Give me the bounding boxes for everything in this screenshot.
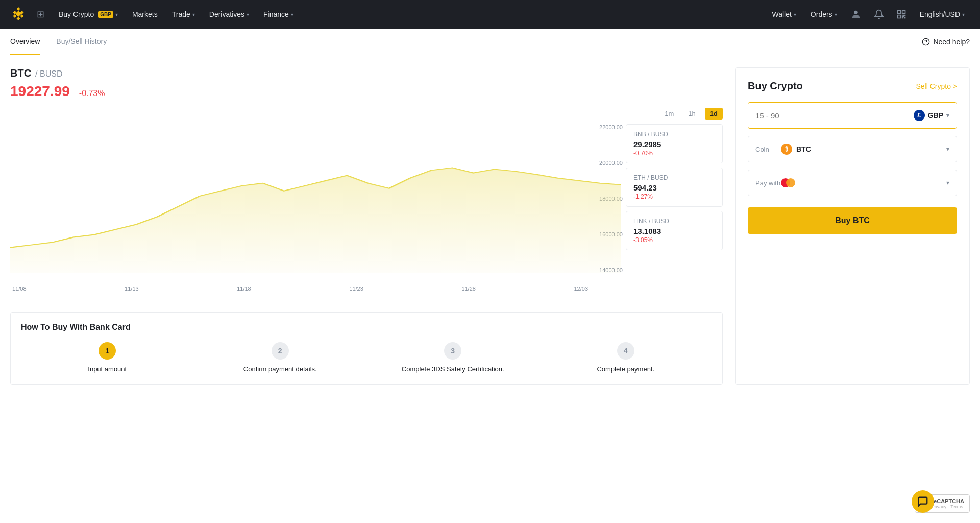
grid-icon[interactable]: ⊞	[37, 9, 44, 20]
svg-rect-14	[902, 17, 903, 18]
chart-btn-1d[interactable]: 1d	[705, 108, 723, 120]
nav-finance[interactable]: Finance ▾	[257, 6, 300, 22]
pay-value	[781, 178, 946, 187]
crypto-price: 19227.99	[10, 83, 70, 100]
step-label-2: Confirm payment details.	[239, 365, 321, 374]
how-to-buy-section: How To Buy With Bank Card 1 Input amount…	[10, 312, 723, 385]
chart-svg	[10, 124, 621, 273]
coin-value: ₿ BTC	[781, 144, 946, 155]
nav-wallet[interactable]: Wallet ▾	[767, 8, 801, 20]
nav-right: Wallet ▾ Orders ▾ English/USD ▾	[767, 7, 970, 22]
tab-history[interactable]: Buy/Sell History	[56, 29, 107, 55]
ticker-list: BNB / BUSD 29.2985 -0.70% ETH / BUSD 594…	[626, 124, 723, 250]
step-3: 3 Complete 3DS Safety Certification.	[366, 342, 540, 374]
step-label-4: Complete payment.	[593, 365, 658, 374]
tab-overview[interactable]: Overview	[10, 29, 40, 55]
pay-chevron: ▾	[946, 179, 949, 186]
brand-logo[interactable]	[10, 6, 27, 22]
tabs-left: Overview Buy/Sell History	[10, 29, 123, 55]
step-circle-4: 4	[617, 342, 634, 360]
nav-trade[interactable]: Trade ▾	[166, 6, 201, 22]
crypto-header: BTC / BUSD 19227.99 -0.73%	[10, 67, 723, 100]
chart-btn-1h[interactable]: 1h	[683, 108, 700, 120]
chart-container: 1m 1h 1d 22000.00 20000.00 18000.00 1600…	[10, 108, 723, 292]
step-2: 2 Confirm payment details.	[194, 342, 367, 374]
coin-label: Coin	[755, 146, 781, 153]
user-icon[interactable]	[846, 7, 866, 22]
left-panel: BTC / BUSD 19227.99 -0.73% 1m 1h 1d 2200	[10, 67, 723, 385]
step-circle-2: 2	[272, 342, 289, 360]
amount-input[interactable]	[755, 111, 914, 120]
coin-chevron: ▾	[946, 146, 949, 153]
buy-panel-header: Buy Crypto Sell Crypto >	[748, 80, 957, 92]
svg-rect-11	[897, 15, 900, 18]
chart-btn-1m[interactable]: 1m	[659, 108, 679, 120]
svg-rect-13	[904, 15, 905, 16]
right-panel: Buy Crypto Sell Crypto > £ GBP ▾ Coin ₿ …	[735, 67, 970, 385]
currency-selector[interactable]: £ GBP ▾	[914, 110, 949, 121]
nav-orders[interactable]: Orders ▾	[805, 8, 842, 20]
main-content: BTC / BUSD 19227.99 -0.73% 1m 1h 1d 2200	[0, 55, 980, 397]
nav-items: Buy Crypto GBP ▾ Markets Trade ▾ Derivat…	[53, 6, 767, 22]
mastercard-icon	[781, 178, 795, 187]
step-circle-1: 1	[99, 342, 116, 360]
ticker-bnb[interactable]: BNB / BUSD 29.2985 -0.70%	[626, 124, 723, 163]
step-label-3: Complete 3DS Safety Certification.	[398, 365, 508, 374]
chart-controls: 1m 1h 1d	[659, 108, 723, 120]
crypto-change: -0.73%	[79, 89, 105, 98]
currency-label: GBP	[928, 111, 943, 120]
svg-rect-9	[897, 11, 900, 14]
ticker-eth[interactable]: ETH / BUSD 594.23 -1.27%	[626, 168, 723, 207]
gbp-icon: £	[914, 110, 925, 121]
step-label-1: Input amount	[84, 365, 131, 374]
coin-selector[interactable]: Coin ₿ BTC ▾	[748, 136, 957, 162]
notification-icon[interactable]	[870, 7, 888, 21]
svg-rect-15	[904, 17, 905, 18]
buy-button[interactable]: Buy BTC	[748, 207, 957, 234]
nav-derivatives[interactable]: Derivatives ▾	[203, 6, 255, 22]
step-circle-3: 3	[444, 342, 461, 360]
sell-crypto-link[interactable]: Sell Crypto >	[916, 82, 957, 90]
how-to-title: How To Buy With Bank Card	[21, 323, 712, 332]
currency-chevron: ▾	[946, 112, 949, 119]
svg-point-8	[854, 11, 857, 14]
buy-panel-title: Buy Crypto	[748, 80, 803, 92]
navbar: ⊞ Buy Crypto GBP ▾ Markets Trade ▾ Deriv…	[0, 0, 980, 29]
nav-markets[interactable]: Markets	[126, 6, 164, 22]
amount-input-wrapper[interactable]: £ GBP ▾	[748, 102, 957, 129]
svg-rect-10	[902, 11, 905, 14]
pay-label: Pay with	[755, 179, 781, 187]
step-1: 1 Input amount	[21, 342, 194, 374]
step-4: 4 Complete payment.	[540, 342, 713, 374]
tabs-bar: Overview Buy/Sell History Need help?	[0, 29, 980, 55]
qr-icon[interactable]	[892, 7, 911, 21]
x-axis-labels: 11/08 11/13 11/18 11/23 11/28 12/03	[10, 286, 590, 292]
steps-row: 1 Input amount 2 Confirm payment details…	[21, 342, 712, 374]
btc-icon: ₿	[781, 144, 792, 155]
crypto-symbol: BTC	[10, 67, 31, 79]
pay-with-selector[interactable]: Pay with ▾	[748, 170, 957, 196]
nav-buy-crypto[interactable]: Buy Crypto GBP ▾	[53, 6, 124, 22]
ticker-link[interactable]: LINK / BUSD 13.1083 -3.05%	[626, 211, 723, 250]
nav-language[interactable]: English/USD ▾	[915, 8, 970, 20]
need-help-button[interactable]: Need help?	[922, 38, 970, 46]
svg-rect-12	[902, 15, 903, 17]
